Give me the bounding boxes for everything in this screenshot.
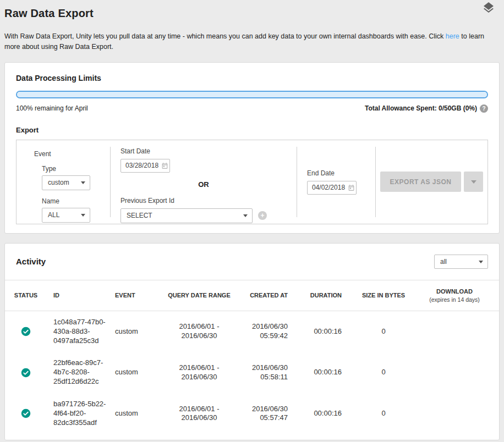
allowance-progress-fill bbox=[17, 92, 487, 97]
success-check-icon bbox=[21, 408, 31, 418]
chevron-down-icon bbox=[243, 214, 248, 217]
end-date-input[interactable]: 04/02/2018 bbox=[307, 181, 357, 195]
activity-table: STATUS ID EVENT QUERY DATE RANGE CREATED… bbox=[5, 280, 499, 434]
end-date-label: End Date bbox=[307, 169, 375, 177]
duration-cell: 00:00:16 bbox=[291, 393, 357, 434]
download-expiry-note: (expires in 14 days) bbox=[413, 296, 496, 303]
column-header-status: STATUS bbox=[5, 280, 47, 311]
event-type-select[interactable]: custom bbox=[42, 175, 90, 190]
previous-export-select[interactable]: SELECT bbox=[120, 208, 253, 223]
activity-header: Activity all bbox=[5, 255, 499, 280]
allowance-progress-bar bbox=[16, 91, 488, 98]
allowance-label: Total Allowance Spent: 0/50GB (0%) bbox=[365, 104, 477, 112]
intro-before: With Raw Data Export, Unity lets you pul… bbox=[4, 32, 446, 40]
table-header-row: STATUS ID EVENT QUERY DATE RANGE CREATED… bbox=[5, 280, 499, 311]
event-type-value: custom bbox=[48, 179, 69, 186]
activity-title: Activity bbox=[16, 257, 46, 266]
download-header-label: DOWNLOAD bbox=[436, 288, 473, 295]
range-start: 2016/06/01 - bbox=[163, 363, 235, 373]
end-date-column: End Date 04/02/2018 bbox=[297, 140, 375, 224]
page-title: Raw Data Export bbox=[4, 7, 500, 20]
created-time: 05:58:11 bbox=[242, 373, 288, 382]
limits-title: Data Processing Limits bbox=[16, 74, 488, 82]
add-icon[interactable]: + bbox=[258, 211, 267, 220]
created-time: 05:59:42 bbox=[242, 332, 288, 341]
limits-row: 100% remaining for April Total Allowance… bbox=[16, 104, 488, 113]
created-time: 05:57:47 bbox=[242, 413, 288, 423]
chevron-down-icon bbox=[471, 180, 476, 184]
status-cell bbox=[5, 352, 47, 393]
status-cell bbox=[5, 393, 47, 434]
download-cell bbox=[410, 311, 499, 352]
start-date-value: 03/28/2018 bbox=[125, 162, 158, 169]
name-label: Name bbox=[42, 197, 110, 205]
calendar-icon[interactable] bbox=[161, 162, 168, 169]
remaining-label: 100% remaining for April bbox=[16, 104, 88, 112]
column-header-download: DOWNLOAD (expires in 14 days) bbox=[410, 280, 499, 311]
event-cell: custom bbox=[112, 311, 160, 352]
export-form: Event Type custom Name ALL Start Date 03… bbox=[16, 140, 488, 224]
range-start: 2016/06/01 - bbox=[163, 322, 235, 332]
column-header-duration: DURATION bbox=[291, 280, 357, 311]
dates-column: Start Date 03/28/2018 OR Previous Export… bbox=[111, 140, 297, 224]
activity-filter-select[interactable]: all bbox=[434, 255, 488, 269]
success-check-icon bbox=[21, 327, 31, 336]
column-header-created-at: CREATED AT bbox=[238, 280, 291, 311]
start-date-input[interactable]: 03/28/2018 bbox=[120, 159, 170, 173]
chevron-down-icon bbox=[81, 181, 85, 184]
duration-cell: 00:00:16 bbox=[291, 352, 357, 393]
table-row: ba971726-5b22-4f64-bf20-82dc3f355adf cus… bbox=[5, 393, 499, 434]
table-row: 1c048a77-47b0-430a-88d3-0497afa25c3d cus… bbox=[5, 311, 499, 352]
created-date: 2016/06/30 bbox=[242, 363, 288, 373]
created-at-cell: 2016/06/30 05:59:42 bbox=[238, 311, 291, 352]
event-name-select[interactable]: ALL bbox=[42, 208, 90, 223]
export-title: Export bbox=[16, 126, 488, 134]
intro-text: With Raw Data Export, Unity lets you pul… bbox=[4, 31, 500, 53]
size-cell: 0 bbox=[357, 393, 410, 434]
help-icon[interactable]: ? bbox=[480, 104, 488, 113]
column-header-size-in-bytes: SIZE IN BYTES bbox=[357, 280, 410, 311]
chevron-down-icon bbox=[479, 261, 483, 263]
end-date-value: 04/02/2018 bbox=[312, 184, 345, 191]
start-date-label: Start Date bbox=[120, 147, 150, 155]
range-end: 2016/06/30 bbox=[163, 373, 235, 382]
range-start: 2016/06/01 - bbox=[163, 405, 235, 414]
type-label: Type bbox=[42, 165, 110, 173]
id-cell: ba971726-5b22-4f64-bf20-82dc3f355adf bbox=[47, 393, 112, 434]
event-column: Event Type custom Name ALL bbox=[17, 140, 110, 224]
layers-icon[interactable] bbox=[482, 1, 495, 14]
id-cell: 1c048a77-47b0-430a-88d3-0497afa25c3d bbox=[47, 311, 112, 352]
export-as-json-button[interactable]: EXPORT AS JSON bbox=[380, 172, 462, 192]
or-label: OR bbox=[120, 180, 287, 189]
query-date-range-cell: 2016/06/01 - 2016/06/30 bbox=[160, 311, 238, 352]
success-check-icon bbox=[21, 368, 31, 378]
column-header-event: EVENT bbox=[112, 280, 160, 311]
activity-filter-value: all bbox=[440, 258, 447, 266]
download-cell bbox=[410, 352, 499, 393]
query-date-range-cell: 2016/06/01 - 2016/06/30 bbox=[160, 352, 238, 393]
page-header: Raw Data Export With Raw Data Export, Un… bbox=[4, 0, 500, 53]
created-date: 2016/06/30 bbox=[242, 405, 288, 414]
size-cell: 0 bbox=[357, 352, 410, 393]
allowance-group: Total Allowance Spent: 0/50GB (0%) ? bbox=[365, 104, 488, 113]
range-end: 2016/06/30 bbox=[163, 332, 235, 341]
query-date-range-cell: 2016/06/01 - 2016/06/30 bbox=[160, 393, 238, 434]
range-end: 2016/06/30 bbox=[163, 413, 235, 423]
download-cell bbox=[410, 393, 499, 434]
calendar-icon[interactable] bbox=[348, 184, 355, 191]
created-date: 2016/06/30 bbox=[242, 322, 288, 332]
status-cell bbox=[5, 311, 47, 352]
export-format-dropdown-button[interactable] bbox=[464, 172, 483, 192]
created-at-cell: 2016/06/30 05:58:11 bbox=[238, 352, 291, 393]
event-cell: custom bbox=[112, 393, 160, 434]
export-button-column: EXPORT AS JSON bbox=[376, 140, 487, 224]
column-header-id: ID bbox=[47, 280, 112, 311]
event-name-value: ALL bbox=[48, 211, 59, 219]
created-at-cell: 2016/06/30 05:57:47 bbox=[238, 393, 291, 434]
data-processing-card: Data Processing Limits 100% remaining fo… bbox=[4, 62, 500, 234]
event-cell: custom bbox=[112, 352, 160, 393]
learn-more-link[interactable]: here bbox=[446, 32, 459, 40]
previous-export-label: Previous Export Id bbox=[120, 197, 174, 205]
previous-export-value: SELECT bbox=[127, 212, 152, 219]
size-cell: 0 bbox=[357, 311, 410, 352]
